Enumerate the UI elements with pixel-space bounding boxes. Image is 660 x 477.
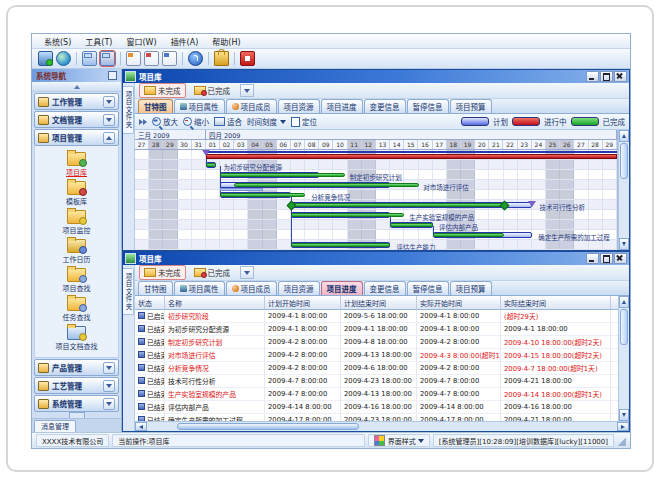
sidebar-item-6[interactable]: 项目文档查找: [56, 326, 98, 351]
zoom-out-button[interactable]: 缩小: [183, 116, 209, 127]
minimize-button[interactable]: [586, 253, 599, 264]
tab-项目进度[interactable]: 项目进度: [321, 99, 363, 113]
menu-item-2[interactable]: 窗口(W): [120, 35, 162, 48]
column-header-1[interactable]: 名称: [165, 296, 265, 310]
scroll-thumb[interactable]: [620, 309, 628, 345]
task-progress-bar[interactable]: [291, 203, 504, 207]
scroll-track[interactable]: [619, 346, 629, 410]
connect-icon[interactable]: [38, 51, 53, 66]
report-blue-icon[interactable]: [126, 51, 141, 66]
table-row[interactable]: 已结束制定初步研究计划2009-4-2 8:00:002009-4-8 18:0…: [135, 336, 618, 349]
timescale-button[interactable]: 时间刻度: [247, 116, 286, 127]
gantt-vscrollbar[interactable]: [618, 130, 629, 250]
table-row[interactable]: 已结束生产实验室规模的产品2009-4-7 8:00:002009-4-13 1…: [135, 388, 618, 401]
table-row[interactable]: 已启动初步研究阶段2009-4-1 8:00:002009-5-6 18:00:…: [135, 310, 618, 323]
sidebar-group-arrow-icon[interactable]: [103, 132, 115, 144]
column-header-2[interactable]: 计划开始时间: [265, 296, 341, 310]
table-vscrollbar[interactable]: [618, 296, 629, 422]
table-row[interactable]: 已结束分析竞争情况2009-4-2 8:00:002009-4-6 18:00:…: [135, 362, 618, 375]
tab-项目资源[interactable]: 项目资源: [278, 99, 320, 113]
sidebar-group-arrow-icon[interactable]: [103, 114, 115, 126]
column-header-4[interactable]: 实际开始时间: [417, 296, 501, 310]
tab-项目进度[interactable]: 项目进度: [321, 281, 363, 295]
tab-暂停信息[interactable]: 暂停信息: [407, 99, 449, 113]
scroll-down-button[interactable]: [619, 409, 629, 421]
table-row[interactable]: 已结束技术可行性分析2009-4-7 8:00:002009-4-23 18:0…: [135, 375, 618, 388]
scroll-up-button[interactable]: [619, 130, 629, 142]
maximize-button[interactable]: [600, 253, 613, 264]
column-header-3[interactable]: 计划结束时间: [341, 296, 417, 310]
tab-项目成员[interactable]: 项目成员: [226, 99, 277, 113]
summary-progress-bar[interactable]: [206, 154, 617, 159]
tab-甘特图[interactable]: 甘特图: [138, 99, 173, 113]
task-progress-bar[interactable]: [291, 213, 404, 217]
report-orange-icon[interactable]: [144, 51, 159, 66]
sidebar-group-arrow-icon[interactable]: [103, 96, 115, 108]
close-button[interactable]: [614, 253, 627, 264]
sidebar-item-5[interactable]: 任务查找: [63, 297, 91, 322]
project-folder-side-tab[interactable]: 项目文件夹: [123, 86, 134, 134]
folder-tab-0[interactable]: 未完成: [139, 265, 186, 280]
sidebar-item-0[interactable]: 项目库: [66, 152, 87, 177]
folder-tab-1[interactable]: 已完成: [189, 265, 236, 280]
project-folder-side-tab[interactable]: 项目文件夹: [123, 268, 134, 316]
scroll-up-button[interactable]: [619, 296, 629, 308]
sidebar-group-arrow-icon[interactable]: [103, 362, 115, 374]
tab-项目资源[interactable]: 项目资源: [278, 281, 320, 295]
tab-项目预算[interactable]: 项目预算: [450, 99, 492, 113]
sidebar-group-arrow-icon[interactable]: [103, 398, 115, 410]
menu-item-3[interactable]: 插件(A): [165, 35, 205, 48]
menu-item-4[interactable]: 帮助(H): [206, 35, 246, 48]
menu-item-0[interactable]: 系统(S): [38, 35, 77, 48]
column-header-5[interactable]: 实际结束时间: [501, 296, 611, 310]
scroll-thumb[interactable]: [177, 423, 359, 430]
task-progress-bar[interactable]: [433, 233, 504, 237]
sidebar-group-4[interactable]: 工艺管理: [34, 377, 119, 394]
task-progress-bar[interactable]: [206, 163, 216, 167]
scroll-track[interactable]: [619, 180, 629, 238]
task-progress-bar[interactable]: [220, 173, 345, 177]
menu-item-1[interactable]: 工具(T): [79, 35, 118, 48]
zoom-in-button[interactable]: 放大: [152, 116, 178, 127]
exit-icon[interactable]: [240, 51, 255, 66]
table-row[interactable]: 已结束为初步研究分配资源2009-4-1 8:00:002009-4-1 18:…: [135, 323, 618, 336]
locate-button[interactable]: 定位: [291, 116, 317, 127]
column-header-0[interactable]: 状态: [135, 296, 165, 310]
scroll-down-button[interactable]: [619, 238, 629, 250]
report-red-icon[interactable]: [162, 51, 177, 66]
task-progress-bar[interactable]: [291, 243, 390, 247]
tab-甘特图[interactable]: 甘特图: [138, 281, 173, 295]
sidebar-item-2[interactable]: 项目监控: [63, 210, 91, 235]
sidebar-item-4[interactable]: 项目查找: [63, 268, 91, 293]
scroll-track[interactable]: [360, 422, 617, 431]
table-row[interactable]: 已结束对市场进行评估2009-4-2 8:00:002009-4-13 18:0…: [135, 349, 618, 362]
scroll-left-button[interactable]: [135, 422, 147, 431]
sidebar-group-3[interactable]: 产品管理: [34, 359, 119, 376]
folder-tab-dropdown[interactable]: [240, 266, 254, 279]
sidebar-collapse-button[interactable]: [32, 82, 121, 92]
world-icon[interactable]: [56, 51, 71, 66]
save-folder-icon[interactable]: [100, 51, 115, 66]
message-manage-tab[interactable]: 消息管理: [34, 420, 76, 432]
tab-项目成员[interactable]: 项目成员: [226, 281, 277, 295]
folder-tab-1[interactable]: 已完成: [189, 83, 236, 98]
scroll-thumb[interactable]: [620, 143, 628, 179]
task-progress-bar[interactable]: [234, 183, 418, 187]
tab-暂停信息[interactable]: 暂停信息: [407, 281, 449, 295]
tab-变更信息[interactable]: 变更信息: [364, 99, 406, 113]
fit-button[interactable]: 适合: [214, 116, 242, 127]
column-header-6[interactable]: 预算: [611, 296, 618, 310]
maximize-button[interactable]: [600, 71, 613, 82]
table-row[interactable]: 已结束确定生产所需的加工过程2009-4-17 8:00:002009-4-23…: [135, 414, 618, 422]
folder-tab-0[interactable]: 未完成: [139, 83, 186, 98]
sidebar-item-1[interactable]: 模板库: [66, 181, 87, 206]
sidebar-group-arrow-icon[interactable]: [103, 380, 115, 392]
more-buttons-icon[interactable]: [139, 118, 147, 126]
close-button[interactable]: [614, 71, 627, 82]
summary-plan-line[interactable]: [206, 151, 617, 153]
table-hscrollbar[interactable]: [135, 421, 629, 431]
table-row[interactable]: 已结束评估内部产品2009-4-14 8:00:002009-4-16 18:0…: [135, 401, 618, 414]
minimize-button[interactable]: [586, 71, 599, 82]
tab-变更信息[interactable]: 变更信息: [364, 281, 406, 295]
tab-项目属性[interactable]: 项目属性: [174, 99, 225, 113]
